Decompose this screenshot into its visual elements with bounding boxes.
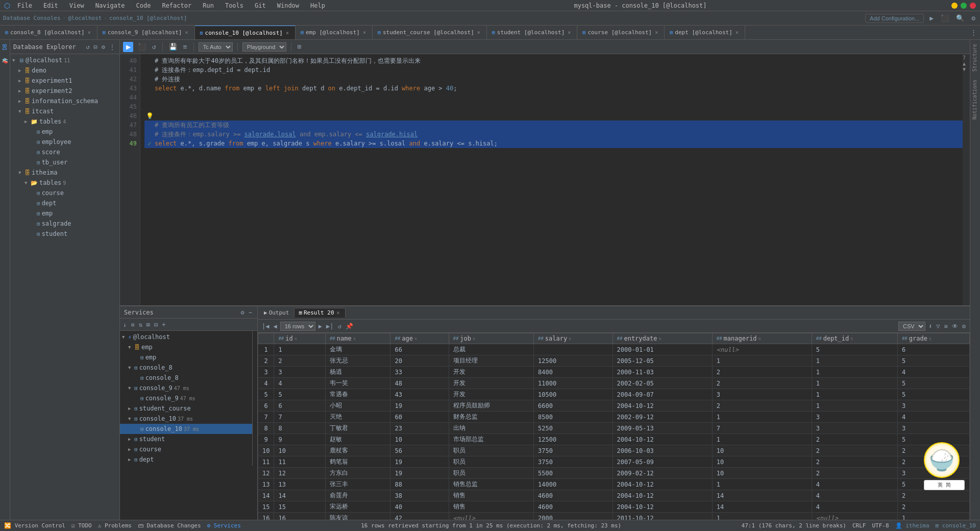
data-cell[interactable]: 2 — [812, 468, 897, 479]
tree-item-itcast-tables[interactable]: ▶ 📁 tables 4 — [10, 116, 119, 127]
data-cell[interactable]: 小昭 — [325, 400, 390, 412]
tab-student-course[interactable]: ⊞ student_course [@localhost] × — [373, 26, 487, 40]
col-entrydate[interactable]: ## entrydate ⇅ — [612, 333, 712, 344]
data-cell[interactable]: 10500 — [534, 389, 613, 400]
tree-arrow-localhost[interactable]: ▼ — [12, 58, 18, 63]
data-cell[interactable]: 19 — [390, 456, 449, 468]
data-cell[interactable]: 43 — [390, 389, 449, 400]
data-cell[interactable]: 6600 — [534, 400, 613, 412]
minimize-button[interactable]: − — [951, 3, 958, 9]
data-cell[interactable]: 销售 — [449, 501, 534, 513]
data-cell[interactable]: 销售总监 — [449, 479, 534, 490]
left-tab-db-explorer[interactable]: DB — [1, 40, 9, 54]
data-cell[interactable]: 张无忌 — [325, 355, 390, 367]
table-row[interactable]: 44韦一笑48开发110002002-02-05215 — [258, 378, 970, 389]
table-row[interactable]: 1313张三丰88销售总监140002004-10-12145 — [258, 479, 970, 490]
playground-select[interactable]: Playground — [242, 42, 286, 52]
data-cell[interactable]: 1 — [712, 355, 812, 367]
tree-item-student[interactable]: ⊞ student — [10, 229, 119, 239]
data-cell[interactable]: 1 — [812, 355, 897, 367]
table-row[interactable]: 77灭绝60财务总监85002002-09-12134 — [258, 412, 970, 423]
result-nav-first[interactable]: |◀ — [261, 322, 270, 330]
data-cell[interactable]: 2004-09-07 — [612, 389, 712, 400]
data-cell[interactable]: 1 — [812, 389, 897, 400]
table-icon-toolbar[interactable]: ⊞ — [296, 42, 303, 52]
tree-arrow-itheima-tables[interactable]: ▼ — [24, 180, 31, 185]
tree-item-localhost[interactable]: ▼ 🖥 @localhost 11 — [10, 55, 119, 65]
rerun-icon[interactable]: ↺ — [151, 42, 158, 52]
data-cell[interactable]: 职员 — [449, 468, 534, 479]
data-cell[interactable]: 金璃 — [325, 344, 390, 355]
status-version-control[interactable]: 🔀 Version Control — [4, 522, 65, 529]
data-cell[interactable]: 19 — [390, 468, 449, 479]
data-cell[interactable]: 14 — [712, 490, 812, 501]
result-group[interactable]: ≡ — [943, 322, 949, 330]
code-line-47[interactable]: # 查询所有员工的工资等级 — [155, 120, 229, 130]
salary-sort[interactable]: ⇅ — [569, 336, 571, 341]
data-cell[interactable]: 韦一笑 — [325, 378, 390, 389]
csv-select[interactable]: CSV — [898, 322, 925, 331]
data-cell[interactable]: <null> — [712, 344, 812, 355]
panel-icon-settings[interactable]: ⚙ — [101, 43, 106, 51]
tc-select[interactable]: Tc Auto — [199, 42, 233, 52]
status-db-changes[interactable]: 🗃 Database Changes — [138, 522, 201, 529]
data-cell[interactable]: 13 — [274, 479, 326, 490]
svc-tree-console10-item[interactable]: ⊞ console_10 37 ms — [120, 424, 252, 434]
right-tab-structure[interactable]: Structure — [970, 40, 980, 76]
data-cell[interactable]: 10 — [712, 456, 812, 468]
svc-tree-dept[interactable]: ▶ ⊞ dept — [120, 454, 252, 465]
data-cell[interactable]: 常遇春 — [325, 389, 390, 400]
svc-tree-console10[interactable]: ▼ ⊞ console_10 37 ms — [120, 414, 252, 424]
result-export[interactable]: ⬇ — [927, 322, 933, 330]
tree-item-experiment2[interactable]: ▶ 🗄 experiment2 — [10, 86, 119, 96]
data-cell[interactable]: 1 — [812, 400, 897, 412]
data-cell[interactable]: 俞莲舟 — [325, 490, 390, 501]
tab-dept-close[interactable]: × — [734, 29, 740, 36]
save-icon[interactable]: 💾 — [167, 42, 179, 52]
col-age[interactable]: ## age ⇅ — [390, 333, 449, 344]
svc-icon1[interactable]: ↓ — [122, 321, 128, 329]
data-cell[interactable]: 职员 — [449, 456, 534, 468]
col-job[interactable]: ## job ⇅ — [449, 333, 534, 344]
tree-item-itheima-tables[interactable]: ▼ 📂 tables 9 — [10, 178, 119, 188]
name-sort[interactable]: ⇅ — [353, 336, 356, 341]
data-cell[interactable]: 7 — [274, 412, 326, 423]
data-cell[interactable]: 5 — [897, 355, 969, 367]
table-row[interactable]: 33杨逍33开发84002000-11-03214 — [258, 367, 970, 378]
breadcrumb-localhost[interactable]: @localhost — [68, 15, 102, 21]
grade-sort[interactable]: ⇅ — [929, 336, 932, 341]
data-cell[interactable]: 2 — [712, 378, 812, 389]
format-icon[interactable]: ≡ — [182, 42, 189, 52]
svc-icon2[interactable]: ≡ — [130, 321, 135, 329]
data-cell[interactable]: 14 — [274, 490, 326, 501]
tab-course[interactable]: ⊞ course [@localhost] × — [577, 26, 665, 40]
result-nav-prev[interactable]: ◀ — [272, 322, 278, 330]
data-cell[interactable]: 2002-02-05 — [612, 378, 712, 389]
tab-emp-close[interactable]: × — [362, 29, 367, 36]
run-button[interactable]: ▶ — [123, 42, 133, 52]
tree-item-score[interactable]: ⊞ score — [10, 147, 119, 157]
tree-item-demo[interactable]: ▶ 🗄 demo — [10, 65, 119, 76]
data-cell[interactable]: <null> — [812, 513, 897, 520]
add-configuration-button[interactable]: Add Configuration... — [865, 14, 924, 23]
menu-run[interactable]: Run — [199, 1, 218, 10]
data-cell[interactable]: 15 — [274, 501, 326, 513]
tree-arrow-itheima[interactable]: ▼ — [18, 170, 24, 175]
data-cell[interactable]: 2 — [274, 355, 326, 367]
data-cell[interactable]: 6 — [897, 344, 969, 355]
data-cell[interactable]: 项目经理 — [449, 355, 534, 367]
data-cell[interactable]: 2 — [812, 456, 897, 468]
svc-tree-course[interactable]: ▶ ⊞ course — [120, 444, 252, 454]
mgr-sort[interactable]: ⇅ — [758, 336, 761, 341]
result20-tab-close[interactable]: × — [336, 309, 341, 316]
tab-console8[interactable]: ⊞ console_8 [@localhost] × — [0, 26, 97, 40]
data-cell[interactable]: 3 — [274, 367, 326, 378]
svc-tree-console9-item[interactable]: ⊞ console_9 47 ms — [120, 393, 252, 403]
menu-refactor[interactable]: Refactor — [158, 1, 195, 10]
tree-arrow-itcast[interactable]: ▼ — [18, 109, 24, 114]
data-cell[interactable]: 1 — [274, 344, 326, 355]
menu-edit[interactable]: Edit — [39, 1, 62, 10]
services-hide-icon[interactable]: − — [248, 308, 253, 317]
debug-icon[interactable]: ⬛ — [939, 13, 950, 23]
data-cell[interactable]: 5 — [897, 389, 969, 400]
